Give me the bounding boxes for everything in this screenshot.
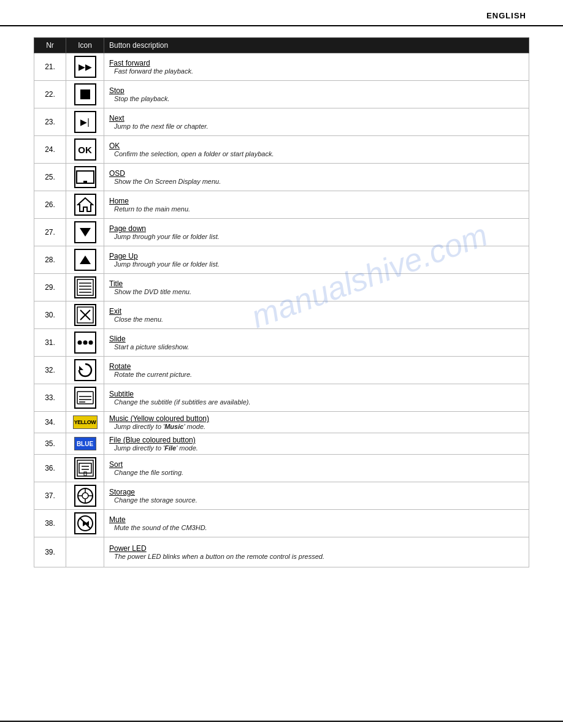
osd-icon	[74, 166, 96, 188]
row-description: MuteMute the sound of the CM3HD.	[104, 510, 529, 537]
row-icon: OK	[66, 136, 104, 164]
svg-point-14	[77, 341, 82, 345]
row-nr: 39.	[34, 537, 66, 567]
yellow-button-icon: YELLOW	[73, 415, 98, 429]
row-icon: YELLOW	[66, 412, 104, 433]
row-nr: 35.	[34, 433, 66, 455]
row-description: Page downJump through your file or folde…	[104, 219, 529, 246]
row-icon	[66, 357, 104, 384]
row-icon	[66, 191, 104, 219]
row-nr: 37.	[34, 482, 66, 510]
col-nr: Nr	[34, 38, 66, 53]
button-name: Next	[109, 114, 524, 123]
row-icon	[66, 384, 104, 412]
button-detail: Mute the sound of the CM3HD.	[109, 524, 524, 531]
row-description: SortChange the file sorting.	[104, 455, 529, 482]
row-description: RotateRotate the current picture.	[104, 357, 529, 384]
next-icon: ▶|	[74, 111, 96, 133]
no-icon	[71, 541, 93, 563]
row-description: StorageChange the storage source.	[104, 482, 529, 510]
button-detail: Fast forward the playback.	[109, 67, 524, 75]
button-name: File (Blue coloured button)	[109, 436, 524, 444]
button-detail: Rotate the current picture.	[109, 371, 524, 378]
row-description: Power LEDThe power LED blinks when a but…	[104, 537, 529, 567]
button-name: Page Up	[109, 252, 524, 260]
button-detail: Confirm the selection, open a folder or …	[109, 150, 524, 157]
button-detail: Stop the playback.	[109, 95, 524, 102]
home-icon	[74, 194, 96, 216]
button-name: Title	[109, 279, 524, 288]
svg-point-28	[82, 493, 88, 499]
row-icon	[66, 246, 104, 274]
ok-icon: OK	[74, 138, 96, 161]
button-name: Exit	[109, 307, 524, 316]
row-nr: 23.	[34, 108, 66, 136]
row-nr: 25.	[34, 164, 66, 191]
row-description: SlideStart a picture slideshow.	[104, 329, 529, 357]
row-description: ExitClose the menu.	[104, 301, 529, 329]
button-name: Fast forward	[109, 59, 524, 67]
exit-icon	[74, 304, 96, 326]
row-nr: 31.	[34, 329, 66, 357]
row-description: NextJump to the next file or chapter.	[104, 108, 529, 136]
button-detail: The power LED blinks when a button on th…	[109, 553, 524, 560]
row-description: StopStop the playback.	[104, 81, 529, 108]
button-detail: Show the DVD title menu.	[109, 288, 524, 295]
fast-forward-icon: ▶▶	[74, 56, 96, 78]
row-icon: ▶▶	[66, 53, 104, 81]
svg-rect-1	[83, 181, 87, 183]
page-footer	[0, 721, 563, 728]
col-icon: Icon	[66, 38, 104, 53]
row-nr: 21.	[34, 53, 66, 81]
button-detail: Return to the main menu.	[109, 205, 524, 213]
subtitle-icon	[74, 387, 96, 409]
row-nr: 24.	[34, 136, 66, 164]
button-detail: Change the storage source.	[109, 496, 524, 504]
svg-marker-5	[80, 256, 91, 264]
svg-rect-22	[77, 460, 93, 476]
row-icon: BLUE	[66, 433, 104, 455]
row-nr: 36.	[34, 455, 66, 482]
page-header: ENGLISH	[0, 0, 563, 26]
row-icon	[66, 455, 104, 482]
row-description: HomeReturn to the main menu.	[104, 191, 529, 219]
row-icon	[66, 301, 104, 329]
mute-icon	[74, 512, 96, 534]
row-description: SubtitleChange the subtitle (if subtitle…	[104, 384, 529, 412]
svg-rect-26	[84, 472, 86, 476]
button-detail: Jump directly to 'Music' mode.	[109, 423, 524, 430]
row-icon	[66, 329, 104, 357]
button-name: OK	[109, 142, 524, 150]
button-detail: Change the file sorting.	[109, 469, 524, 476]
button-detail: Show the On Screen Display menu.	[109, 178, 524, 185]
row-description: TitleShow the DVD title menu.	[104, 274, 529, 301]
button-detail: Start a picture slideshow.	[109, 343, 524, 351]
button-detail: Jump directly to 'File' mode.	[109, 444, 524, 452]
button-detail: Change the subtitle (if subtitles are av…	[109, 398, 524, 406]
row-nr: 29.	[34, 274, 66, 301]
row-nr: 38.	[34, 510, 66, 537]
button-detail: Jump through your file or folder list.	[109, 233, 524, 240]
button-name: Slide	[109, 335, 524, 343]
button-detail: Jump to the next file or chapter.	[109, 123, 524, 130]
page-down-icon	[74, 221, 96, 243]
row-icon	[66, 81, 104, 108]
button-name: Sort	[109, 460, 524, 469]
blue-button-icon: BLUE	[74, 437, 96, 450]
rotate-icon	[74, 359, 96, 381]
row-icon	[66, 537, 104, 567]
row-nr: 32.	[34, 357, 66, 384]
row-icon	[66, 274, 104, 301]
button-name: Power LED	[109, 544, 524, 553]
button-name: Storage	[109, 488, 524, 496]
row-description: Page UpJump through your file or folder …	[104, 246, 529, 274]
button-name: Page down	[109, 224, 524, 233]
button-name: Home	[109, 197, 524, 205]
button-name: Music (Yellow coloured button)	[109, 414, 524, 423]
row-nr: 26.	[34, 191, 66, 219]
row-icon	[66, 510, 104, 537]
button-table: Nr Icon Button description 21.▶▶Fast for…	[34, 37, 529, 567]
row-description: OSDShow the On Screen Display menu.	[104, 164, 529, 191]
stop-icon	[74, 83, 96, 105]
button-name: Mute	[109, 515, 524, 524]
